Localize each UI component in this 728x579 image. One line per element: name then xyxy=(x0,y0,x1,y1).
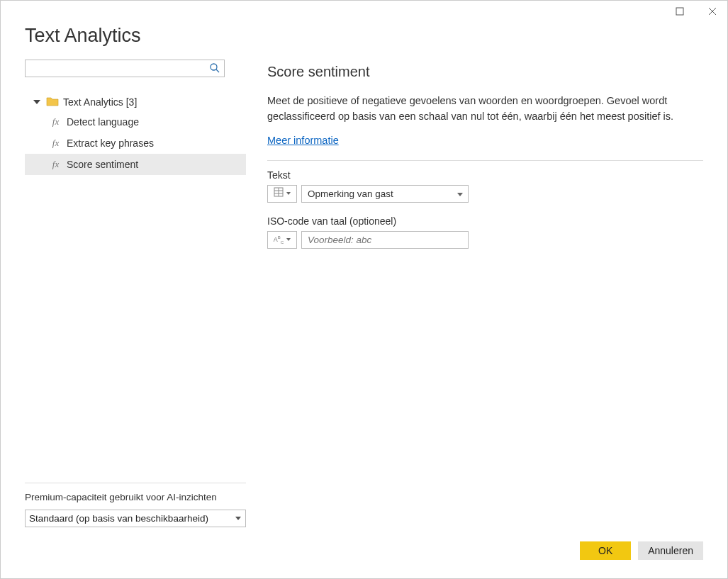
chevron-down-icon xyxy=(286,238,291,241)
divider xyxy=(267,160,703,161)
field-text-type-picker[interactable] xyxy=(267,185,297,203)
field-iso-input[interactable] xyxy=(301,231,469,249)
function-description: Meet de positieve of negatieve gevoelens… xyxy=(267,93,703,125)
titlebar xyxy=(1,1,727,22)
maximize-button[interactable] xyxy=(669,1,690,22)
tree-item-score-sentiment[interactable]: fx Score sentiment xyxy=(25,154,246,175)
cancel-button[interactable]: Annuleren xyxy=(638,541,703,560)
maximize-icon xyxy=(676,7,684,16)
field-text-label: Tekst xyxy=(267,169,703,181)
premium-capacity-select[interactable]: Standaard (op basis van beschikbaarheid) xyxy=(25,510,246,527)
svg-rect-0 xyxy=(676,8,683,15)
search-input[interactable] xyxy=(25,60,225,77)
chevron-down-icon xyxy=(286,192,291,195)
premium-capacity-value: Standaard (op basis van beschikbaarheid) xyxy=(29,513,208,524)
tree-root-label: Text Analytics [3] xyxy=(63,96,137,108)
fx-icon: fx xyxy=(50,159,61,170)
detail-pane: Score sentiment Meet de positieve of neg… xyxy=(267,60,703,527)
navigator-pane: Text Analytics [3] fx Detect language fx… xyxy=(25,60,246,527)
folder-icon xyxy=(46,96,59,108)
dialog-title: Text Analytics xyxy=(25,25,703,47)
field-iso-label: ISO-code van taal (optioneel) xyxy=(267,215,703,227)
learn-more-link[interactable]: Meer informatie xyxy=(267,135,703,146)
tree-item-extract-key-phrases[interactable]: fx Extract key phrases xyxy=(25,133,246,154)
divider xyxy=(25,483,246,483)
function-title: Score sentiment xyxy=(267,64,703,80)
close-button[interactable] xyxy=(702,1,723,22)
tree-item-label: Extract key phrases xyxy=(67,137,154,149)
abc-icon: ABC xyxy=(274,235,284,244)
field-text-combo[interactable]: Opmerking van gast xyxy=(301,185,469,203)
tree-item-label: Detect language xyxy=(67,116,139,128)
premium-capacity-label: Premium-capaciteit gebruikt voor AI-inzi… xyxy=(25,492,246,502)
dialog-window: Text Analytics Text Analytics xyxy=(0,0,728,579)
field-text-value: Opmerking van gast xyxy=(308,189,393,199)
field-iso-type-picker[interactable]: ABC xyxy=(267,231,297,249)
chevron-down-icon xyxy=(33,100,40,104)
fx-icon: fx xyxy=(50,116,61,128)
chevron-down-icon xyxy=(235,517,241,520)
function-tree: Text Analytics [3] fx Detect language fx… xyxy=(25,93,246,175)
fx-icon: fx xyxy=(50,137,61,149)
chevron-down-icon xyxy=(457,193,463,196)
ok-button[interactable]: OK xyxy=(580,541,631,560)
close-icon xyxy=(708,7,717,16)
column-icon xyxy=(274,187,284,200)
dialog-footer: OK Annuleren xyxy=(1,541,727,578)
tree-root[interactable]: Text Analytics [3] xyxy=(25,93,246,111)
tree-item-label: Score sentiment xyxy=(67,159,138,170)
tree-item-detect-language[interactable]: fx Detect language xyxy=(25,111,246,133)
